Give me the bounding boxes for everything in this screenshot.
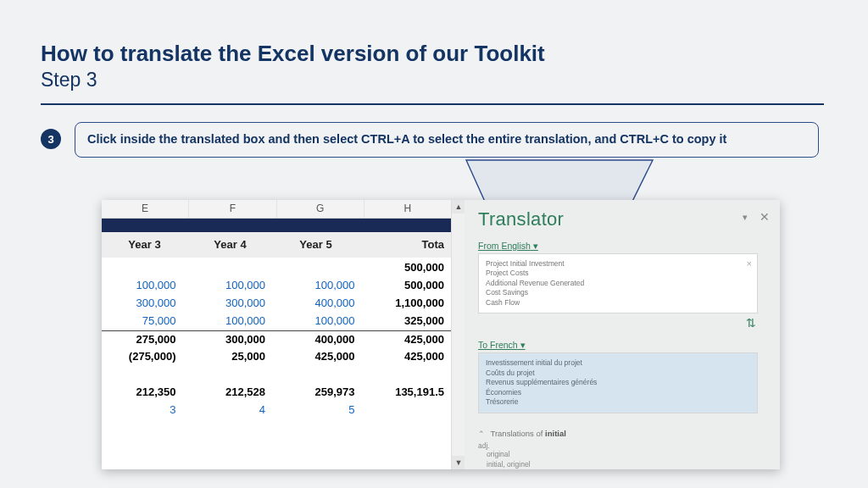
table-cell: 5 — [281, 402, 370, 419]
to-lang: French — [490, 340, 518, 350]
chevron-down-icon: ▾ — [518, 340, 526, 350]
table-cell: 100,000 — [281, 313, 370, 330]
source-line: Project Initial Investment — [486, 259, 750, 269]
dict-pos: adj. — [478, 441, 768, 450]
from-lang: English — [501, 241, 530, 251]
source-line: Additional Revenue Generated — [486, 279, 750, 288]
table-cell: 500,000 — [370, 277, 452, 295]
table-cell: 100,000 — [102, 277, 192, 295]
table-cell — [370, 366, 452, 384]
table-row: (275,000)25,000425,000425,000 — [102, 348, 451, 366]
table-cell: 1,100,000 — [370, 295, 452, 313]
dict-definition: initial, originel — [487, 460, 768, 470]
close-icon[interactable]: ✕ — [760, 210, 770, 224]
table-cell — [192, 366, 281, 384]
year-header: Year 5 — [273, 232, 359, 258]
pin-icon[interactable]: ▾ — [743, 212, 748, 223]
dict-label: Translations of — [490, 429, 545, 438]
target-line: Trésorerie — [486, 397, 750, 407]
table-row: 212,350212,528259,973135,191.5 — [102, 384, 451, 402]
title-divider — [41, 103, 824, 105]
table-cell: 212,350 — [102, 384, 192, 402]
year-header-row: Year 3 Year 4 Year 5 Tota — [102, 232, 451, 258]
table-cell: 300,000 — [102, 295, 192, 313]
source-line: Project Costs — [486, 269, 750, 278]
translated-text-box[interactable]: Investissement initial du projetCoûts du… — [478, 352, 758, 413]
caret-up-icon[interactable]: ⌃ — [478, 430, 485, 438]
table-cell: 212,528 — [192, 384, 281, 402]
table-cell: 4 — [192, 402, 281, 419]
instruction-callout: Click inside the translated box and then… — [75, 122, 819, 158]
translator-pane: Translator ▾ ✕ From English ▾ × Project … — [465, 200, 780, 469]
swap-languages-icon[interactable]: ⇅ — [478, 316, 758, 330]
col-letter: F — [189, 200, 276, 218]
table-cell: 300,000 — [192, 295, 281, 313]
scroll-down-icon[interactable]: ▼ — [452, 456, 465, 469]
table-cell — [281, 366, 370, 384]
table-cell: 425,000 — [370, 348, 452, 366]
translator-title: Translator — [478, 208, 768, 230]
table-cell: 425,000 — [370, 331, 452, 348]
table-cell: 259,973 — [281, 384, 370, 402]
table-cell: 400,000 — [281, 295, 370, 313]
source-line: Cash Flow — [486, 298, 750, 308]
scroll-up-icon[interactable]: ▲ — [452, 200, 465, 214]
page-subtitle: Step 3 — [41, 69, 827, 92]
table-cell: 425,000 — [281, 348, 370, 366]
source-text-box[interactable]: × Project Initial InvestmentProject Cost… — [478, 253, 758, 313]
table-row: 100,000100,000100,000500,000 — [102, 277, 451, 295]
dictionary-section: ⌃ Translations of initial adj. originali… — [478, 429, 768, 470]
table-cell — [281, 259, 370, 277]
table-row: 500,000 — [102, 259, 451, 277]
table-cell: 100,000 — [281, 277, 370, 295]
clear-icon[interactable]: × — [747, 258, 752, 270]
table-cell: 400,000 — [281, 331, 370, 348]
table-row: 300,000300,000400,0001,100,000 — [102, 295, 451, 313]
table-cell: 325,000 — [370, 313, 452, 330]
from-language-selector[interactable]: From English ▾ — [478, 241, 768, 251]
table-cell: (275,000) — [102, 348, 192, 366]
col-letter: H — [364, 200, 451, 218]
year-header: Tota — [359, 232, 451, 258]
table-cell: 300,000 — [192, 331, 281, 348]
target-line: Revenus supplémentaires générés — [486, 378, 750, 387]
spreadsheet-panel: E F G H Year 3 Year 4 Year 5 Tota 500,00… — [102, 200, 451, 469]
chevron-down-icon: ▾ — [531, 241, 538, 251]
col-letter: E — [102, 200, 189, 218]
year-header: Year 4 — [187, 232, 273, 258]
header-band — [102, 219, 451, 232]
table-cell — [102, 366, 192, 384]
vertical-scrollbar[interactable]: ▲ ▼ — [451, 200, 465, 469]
to-prefix: To — [478, 340, 490, 350]
source-line: Cost Savings — [486, 288, 750, 297]
to-language-selector[interactable]: To French ▾ — [478, 340, 768, 350]
target-line: Économies — [486, 388, 750, 397]
dict-definitions: originalinitial, originel — [487, 450, 768, 470]
table-row: 75,000100,000100,000325,000 — [102, 313, 451, 330]
table-cell — [370, 402, 452, 419]
page-title: How to translate the Excel version of ou… — [41, 41, 827, 67]
table-row — [102, 366, 451, 384]
col-letter: G — [277, 200, 364, 218]
target-line: Investissement initial du projet — [486, 358, 750, 368]
table-cell: 100,000 — [192, 313, 281, 330]
table-cell — [192, 259, 281, 277]
year-header: Year 3 — [102, 232, 187, 258]
table-cell: 100,000 — [192, 277, 281, 295]
table-cell: 500,000 — [370, 259, 452, 277]
step-number-badge: 3 — [41, 129, 61, 149]
data-rows: 500,000100,000100,000100,000500,000300,0… — [102, 258, 451, 424]
table-cell — [102, 259, 192, 277]
table-cell: 25,000 — [192, 348, 281, 366]
target-line: Coûts du projet — [486, 369, 750, 378]
table-cell: 135,191.5 — [370, 384, 452, 402]
table-cell: 3 — [102, 402, 192, 419]
column-letter-row: E F G H — [102, 200, 451, 219]
dict-definition: original — [487, 450, 768, 460]
table-cell: 75,000 — [102, 313, 192, 330]
table-cell: 275,000 — [102, 331, 192, 348]
table-row: 345 — [102, 402, 451, 419]
screenshot-composite: E F G H Year 3 Year 4 Year 5 Tota 500,00… — [102, 200, 780, 469]
from-prefix: From — [478, 241, 501, 251]
dict-headword: initial — [545, 429, 566, 438]
